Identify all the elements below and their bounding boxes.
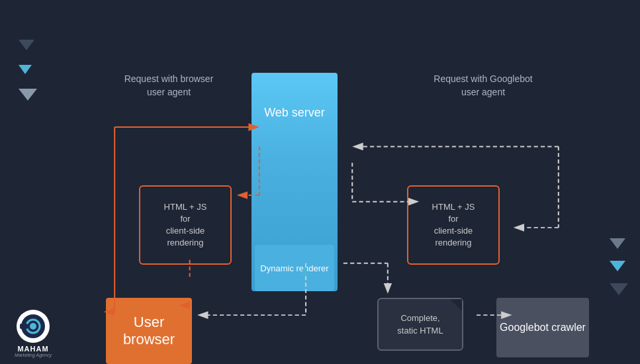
static-html-box: Complete, static HTML — [377, 298, 463, 351]
logo-icon — [17, 310, 50, 343]
triangle-cyan — [19, 65, 32, 74]
googlebot-box: Googlebot crawler — [496, 298, 589, 357]
request-left-label: Request with browser user agent — [103, 73, 235, 99]
svg-point-20 — [30, 323, 36, 330]
html-js-right-box: HTML + JS for client-side rendering — [407, 185, 500, 265]
svg-rect-21 — [20, 324, 28, 329]
html-js-left-box: HTML + JS for client-side rendering — [139, 185, 232, 265]
web-server-label: Web server — [251, 106, 338, 120]
triangle-dark — [19, 40, 34, 50]
triangle-white — [19, 89, 37, 101]
diagram-container: Request with browser user agent Request … — [46, 33, 627, 351]
logo-subtitle: Marketing Agency — [15, 353, 52, 357]
logo-name: MAHAM — [17, 345, 48, 353]
left-decorative-triangles — [19, 40, 37, 101]
dynamic-renderer-box: Dynamic renderer — [255, 245, 334, 291]
request-right-label: Request with Googlebot user agent — [410, 73, 556, 99]
user-browser-box: User browser — [106, 298, 192, 364]
maham-logo: MAHAM Marketing Agency — [7, 310, 60, 357]
